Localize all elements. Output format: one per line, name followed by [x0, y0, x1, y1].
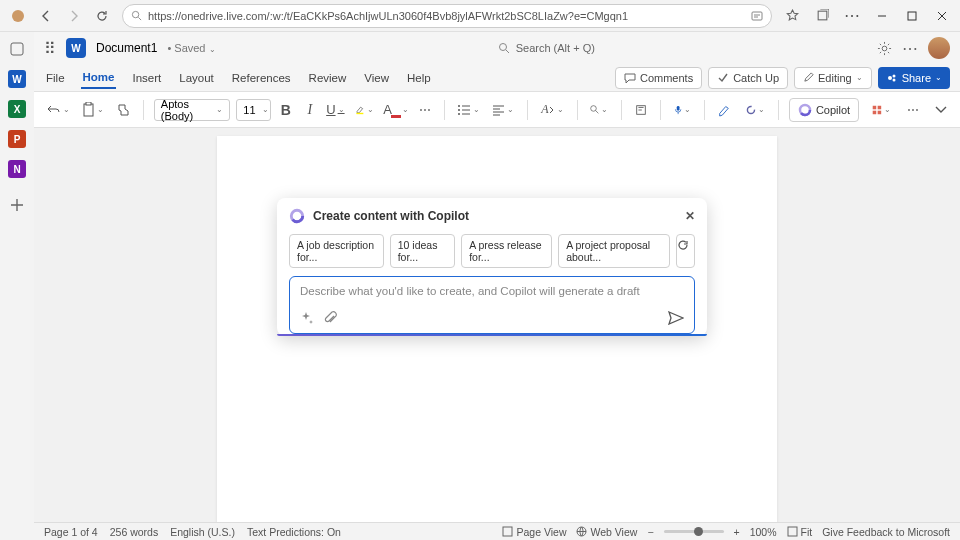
tab-help[interactable]: Help: [405, 68, 433, 88]
zoom-level[interactable]: 100%: [750, 526, 777, 538]
document-name[interactable]: Document1: [96, 41, 157, 55]
app-rail: W X P N: [0, 32, 34, 540]
find-button[interactable]: ⌄: [587, 98, 611, 122]
tab-home[interactable]: Home: [81, 67, 117, 89]
powerpoint-icon[interactable]: P: [6, 128, 28, 150]
minimize-button[interactable]: [868, 2, 896, 30]
format-painter-button[interactable]: [113, 98, 133, 122]
close-icon[interactable]: ✕: [685, 209, 695, 223]
back-button[interactable]: [32, 2, 60, 30]
undo-button[interactable]: ⌄: [44, 98, 73, 122]
tab-references[interactable]: References: [230, 68, 293, 88]
send-icon[interactable]: [668, 311, 684, 325]
designer-button[interactable]: [632, 98, 650, 122]
refresh-button[interactable]: [88, 2, 116, 30]
svg-point-0: [12, 10, 24, 22]
svg-point-25: [458, 113, 460, 115]
copilot-panel-title: Create content with Copilot: [313, 209, 469, 223]
highlight-button[interactable]: ⌄: [352, 98, 377, 122]
tab-view[interactable]: View: [362, 68, 391, 88]
home-icon[interactable]: [6, 38, 28, 60]
editing-button[interactable]: Editing⌄: [794, 67, 872, 89]
collapse-ribbon-button[interactable]: [932, 98, 950, 122]
word-count[interactable]: 256 words: [110, 526, 158, 538]
more-ribbon-button[interactable]: ⋯: [904, 98, 922, 122]
settings-icon[interactable]: [877, 41, 892, 56]
predictions-indicator[interactable]: Text Predictions: On: [247, 526, 341, 538]
comments-button[interactable]: Comments: [615, 67, 702, 89]
copilot-button[interactable]: Copilot: [789, 98, 859, 122]
url-bar[interactable]: https://onedrive.live.com/:w:/t/EaCKkPs6…: [122, 4, 772, 28]
bullets-button[interactable]: ⌄: [454, 98, 483, 122]
zoom-slider[interactable]: [664, 530, 724, 533]
suggestion-chip[interactable]: 10 ideas for...: [390, 234, 455, 268]
tab-layout[interactable]: Layout: [177, 68, 216, 88]
dictate-button[interactable]: ⌄: [671, 98, 694, 122]
collections-button[interactable]: [808, 2, 836, 30]
svg-text:X: X: [14, 104, 21, 115]
language-indicator[interactable]: English (U.S.): [170, 526, 235, 538]
grid-button[interactable]: ⌄: [869, 98, 894, 122]
attach-icon[interactable]: [324, 311, 337, 325]
document-page[interactable]: Create content with Copilot ✕ A job desc…: [217, 136, 777, 522]
refresh-suggestions-icon[interactable]: [676, 234, 695, 268]
tab-review[interactable]: Review: [307, 68, 349, 88]
tab-insert[interactable]: Insert: [130, 68, 163, 88]
svg-point-29: [748, 106, 755, 113]
svg-point-15: [882, 46, 887, 51]
avatar[interactable]: [928, 37, 950, 59]
forward-button[interactable]: [60, 2, 88, 30]
svg-text:W: W: [12, 74, 22, 85]
web-view-button[interactable]: Web View: [576, 526, 637, 538]
onenote-icon[interactable]: N: [6, 158, 28, 180]
svg-rect-38: [503, 527, 512, 536]
bold-button[interactable]: B: [277, 98, 295, 122]
search-input[interactable]: Search (Alt + Q): [498, 36, 595, 60]
word-doc-icon: W: [66, 38, 86, 58]
document-canvas[interactable]: Create content with Copilot ✕ A job desc…: [34, 128, 960, 522]
excel-icon[interactable]: X: [6, 98, 28, 120]
more-font-button[interactable]: ⋯: [416, 98, 434, 122]
feedback-link[interactable]: Give Feedback to Microsoft: [822, 526, 950, 538]
svg-rect-34: [873, 110, 877, 114]
font-name-select[interactable]: Aptos (Body)⌄: [154, 99, 230, 121]
fit-button[interactable]: Fit: [787, 526, 813, 538]
word-icon[interactable]: W: [6, 68, 28, 90]
loop-button[interactable]: ⌄: [743, 98, 768, 122]
close-button[interactable]: [928, 2, 956, 30]
tab-file[interactable]: File: [44, 68, 67, 88]
align-button[interactable]: ⌄: [489, 98, 517, 122]
zoom-in-button[interactable]: +: [734, 526, 740, 538]
reading-icon[interactable]: [751, 10, 763, 22]
svg-rect-32: [873, 105, 877, 109]
styles-button[interactable]: A⌄: [538, 98, 566, 122]
favorite-button[interactable]: [778, 2, 806, 30]
page-view-button[interactable]: Page View: [502, 526, 566, 538]
underline-button[interactable]: U⌄: [325, 98, 346, 122]
suggestion-chip[interactable]: A press release for...: [461, 234, 552, 268]
maximize-button[interactable]: [898, 2, 926, 30]
svg-rect-33: [878, 105, 882, 109]
zoom-out-button[interactable]: −: [647, 526, 653, 538]
app-launcher-icon[interactable]: ⠿: [44, 39, 56, 58]
ribbon-tabs: File Home Insert Layout References Revie…: [34, 64, 960, 92]
add-app-icon[interactable]: [6, 194, 28, 216]
sparkle-icon[interactable]: [300, 311, 314, 325]
font-color-button[interactable]: A⌄: [383, 98, 410, 122]
more-button[interactable]: ⋯: [838, 2, 866, 30]
editor-button[interactable]: [715, 98, 733, 122]
paste-button[interactable]: ⌄: [79, 98, 107, 122]
catchup-button[interactable]: Catch Up: [708, 67, 788, 89]
suggestion-chip[interactable]: A job description for...: [289, 234, 384, 268]
svg-rect-3: [818, 11, 827, 20]
search-icon: [498, 42, 510, 54]
font-size-select[interactable]: 11⌄: [236, 99, 271, 121]
copilot-input[interactable]: Describe what you'd like to create, and …: [289, 276, 695, 334]
svg-rect-20: [86, 102, 91, 105]
italic-button[interactable]: I: [301, 98, 319, 122]
more-icon[interactable]: ⋯: [902, 39, 918, 58]
suggestion-chip[interactable]: A project proposal about...: [558, 234, 670, 268]
page-indicator[interactable]: Page 1 of 4: [44, 526, 98, 538]
share-button[interactable]: Share⌄: [878, 67, 950, 89]
profile-icon[interactable]: [4, 2, 32, 30]
